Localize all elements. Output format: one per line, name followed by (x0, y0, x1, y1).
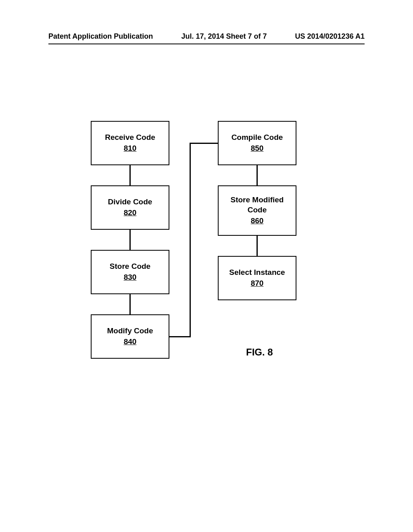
header-date-sheet: Jul. 17, 2014 Sheet 7 of 7 (181, 32, 267, 41)
connector-860-870 (257, 236, 258, 256)
box-title: Divide Code (108, 197, 152, 207)
box-title-line2: Code (248, 205, 267, 215)
box-title: Select Instance (229, 268, 285, 278)
connector-850-860 (257, 165, 258, 185)
box-title: Compile Code (232, 133, 283, 143)
box-title-line1: Store Modified (231, 195, 284, 205)
connector-840-850-h1 (169, 336, 190, 337)
header-publication: Patent Application Publication (48, 32, 153, 41)
box-divide-code: Divide Code 820 (91, 185, 169, 230)
connector-830-840 (129, 294, 131, 314)
connector-840-850-v (190, 143, 191, 337)
box-compile-code: Compile Code 850 (218, 121, 296, 165)
box-number: 820 (124, 208, 137, 218)
figure-label: FIG. 8 (246, 347, 273, 358)
box-title: Receive Code (105, 133, 155, 143)
flowchart-diagram: Receive Code 810 Divide Code 820 Store C… (0, 121, 413, 403)
box-title: Modify Code (107, 326, 153, 336)
box-number: 860 (251, 216, 264, 226)
box-store-code: Store Code 830 (91, 250, 169, 294)
box-title: Store Code (110, 262, 150, 272)
box-number: 870 (251, 278, 264, 289)
page-header: Patent Application Publication Jul. 17, … (0, 32, 413, 41)
box-number: 810 (124, 143, 137, 154)
box-receive-code: Receive Code 810 (91, 121, 169, 165)
box-number: 830 (124, 272, 137, 283)
connector-810-820 (129, 165, 131, 185)
header-divider (48, 44, 365, 44)
box-modify-code: Modify Code 840 (91, 314, 169, 359)
connector-820-830 (129, 230, 131, 250)
box-store-modified-code: Store Modified Code 860 (218, 185, 296, 236)
header-patent-number: US 2014/0201236 A1 (295, 32, 365, 41)
box-select-instance: Select Instance 870 (218, 256, 296, 300)
connector-840-850-h2 (190, 143, 218, 144)
box-number: 850 (251, 143, 264, 154)
box-number: 840 (124, 337, 137, 347)
